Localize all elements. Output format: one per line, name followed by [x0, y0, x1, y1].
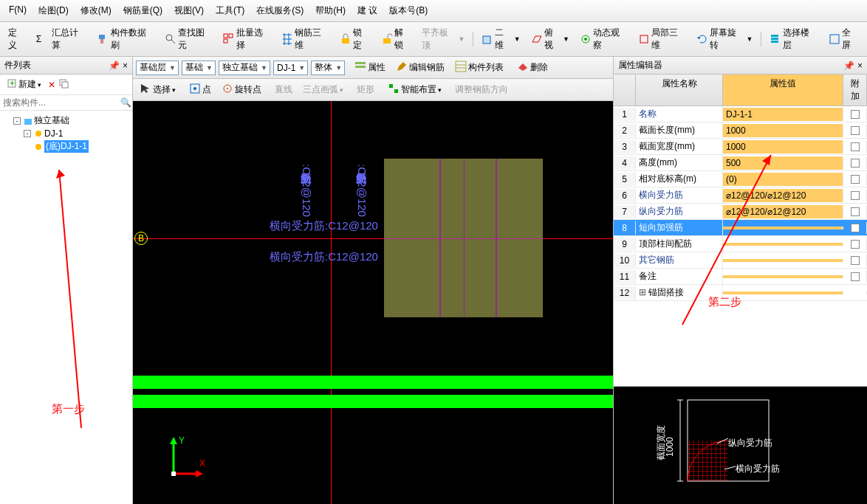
lock-button[interactable]: 锁定 — [336, 24, 374, 54]
orbit-icon — [580, 33, 592, 45]
menu-view[interactable]: 视图(V) — [171, 3, 207, 18]
prop-row-2[interactable]: 2截面长度(mm)1000 — [614, 122, 867, 139]
prop-row-10[interactable]: 10其它钢筋 — [614, 252, 867, 269]
close-icon[interactable]: × — [857, 61, 863, 71]
svg-rect-20 — [771, 35, 778, 37]
prop-row-7[interactable]: 7纵向受力筋⌀12@120/⌀12@120 — [614, 204, 867, 220]
checkbox[interactable] — [851, 126, 860, 135]
checkbox[interactable] — [851, 191, 860, 200]
local3d-button[interactable]: 局部三维 — [634, 24, 690, 54]
mode-combo[interactable]: 整体▼ — [311, 61, 345, 75]
summary-button[interactable]: 汇总计算 — [48, 24, 90, 54]
smart-button[interactable]: 智能布置▾ — [384, 81, 445, 98]
menu-online[interactable]: 在线服务(S) — [253, 3, 306, 18]
tree-node-dj1-1[interactable]: (底)DJ-1-1 — [3, 139, 129, 153]
svg-rect-13 — [383, 38, 391, 44]
preview-pane: 1000 截面宽度 纵向受力筋 横向受力筋 — [614, 386, 867, 504]
checkbox[interactable] — [851, 207, 860, 216]
checkbox[interactable] — [851, 272, 860, 281]
cat-combo[interactable]: 基础▼ — [182, 61, 216, 75]
screenrot-button[interactable]: 屏幕旋转▼ — [693, 24, 756, 54]
collapse-icon[interactable]: - — [24, 130, 31, 137]
svg-rect-23 — [830, 35, 839, 44]
type-combo[interactable]: 独立基础▼ — [219, 61, 270, 75]
rotpoint-button[interactable]: 旋转点 — [218, 81, 265, 98]
svg-rect-46 — [394, 89, 398, 93]
checkbox[interactable] — [851, 256, 860, 265]
dim2d-button[interactable]: 二维▼ — [478, 24, 524, 54]
define-button[interactable]: 定义 — [4, 24, 30, 54]
delete-button[interactable]: 删除 — [513, 59, 552, 76]
svg-point-30 — [35, 144, 41, 150]
collapse-icon[interactable]: - — [13, 117, 21, 125]
svg-rect-62 — [688, 441, 728, 481]
selfloor-button[interactable]: 选择楼层 — [766, 24, 821, 54]
v-rebar-label-1: 纵向受力筋:C12@120 — [299, 164, 313, 217]
component-list-panel: 件列表 📌 × + 新建▾ ✕ 🔍 - 独立基础 - — [0, 57, 133, 504]
pin-icon[interactable]: 📌 — [109, 61, 120, 71]
close-icon[interactable]: × — [123, 61, 128, 71]
menu-draw[interactable]: 绘图(D) — [35, 3, 72, 18]
point-button[interactable]: 点 — [185, 81, 215, 98]
tree-root[interactable]: - 独立基础 — [3, 114, 129, 128]
h-rebar-label-1: 横向受力筋:C12@120 — [270, 219, 378, 233]
prop-row-9[interactable]: 9顶部柱间配筋 — [614, 236, 867, 252]
copy-icon[interactable] — [58, 78, 69, 91]
dynview-button[interactable]: 动态观察 — [576, 24, 631, 54]
unlock-button[interactable]: 解锁 — [377, 24, 415, 54]
comp-combo[interactable]: DJ-1▼ — [273, 61, 308, 75]
editrebar-button[interactable]: 编辑钢筋 — [392, 59, 448, 76]
prop-row-1[interactable]: 1名称DJ-1-1 — [614, 106, 867, 122]
smart-icon — [388, 83, 400, 97]
prop-row-8[interactable]: 8短向加强筋 — [614, 220, 867, 236]
attr-button[interactable]: 属性 — [351, 59, 389, 76]
prop-row-3[interactable]: 3截面宽度(mm)1000 — [614, 139, 867, 155]
svg-rect-21 — [771, 38, 778, 40]
prop-row-5[interactable]: 5相对底标高(m)(0) — [614, 171, 867, 187]
cube-icon — [482, 33, 493, 45]
checkbox[interactable] — [851, 142, 860, 151]
pencil-icon — [396, 61, 408, 75]
tree-node-dj1[interactable]: - DJ-1 — [3, 128, 129, 139]
checkbox[interactable] — [851, 159, 860, 168]
checkbox[interactable] — [851, 224, 860, 232]
svg-point-29 — [35, 131, 41, 137]
checkbox[interactable] — [851, 110, 860, 119]
fullscreen-button[interactable]: 全屏 — [825, 24, 863, 54]
svg-rect-33 — [355, 62, 366, 64]
delete-icon[interactable]: ✕ — [48, 80, 55, 90]
select-button[interactable]: 选择▾ — [136, 81, 179, 98]
checkbox[interactable] — [851, 175, 860, 184]
menu-file[interactable]: F(N) — [6, 3, 30, 18]
menu-help[interactable]: 帮助(H) — [312, 3, 349, 18]
find-button[interactable]: 查找图元 — [161, 24, 216, 54]
checkbox[interactable] — [851, 240, 860, 249]
menu-version[interactable]: 版本号(B) — [386, 3, 431, 18]
svg-point-44 — [227, 88, 228, 89]
menu-tools[interactable]: 工具(T) — [213, 3, 247, 18]
search-input[interactable] — [0, 95, 119, 110]
prop-header-row: 属性名称 属性值 附加 — [614, 75, 867, 106]
pin-icon[interactable]: 📌 — [843, 61, 854, 71]
brush-icon — [97, 33, 109, 45]
svg-text:X: X — [199, 458, 205, 469]
new-button[interactable]: + 新建▾ — [3, 77, 45, 92]
brush-button[interactable]: 构件数据刷 — [94, 24, 158, 54]
batch-button[interactable]: 批量选择 — [219, 24, 275, 54]
rebar3d-button[interactable]: 钢筋三维 — [278, 24, 333, 54]
prop-row-6[interactable]: 6横向受力筋⌀12@120/⌀12@120 — [614, 187, 867, 204]
menu-suggest[interactable]: 建 议 — [354, 3, 380, 18]
layer-combo[interactable]: 基础层▼ — [136, 61, 179, 75]
svg-rect-5 — [229, 34, 233, 38]
sigma-button[interactable]: Σ — [32, 32, 45, 46]
drawing-canvas[interactable]: B 横向受力筋:C12@120 横向受力筋:C12@120 纵向受力筋:C12@… — [133, 101, 613, 504]
complist-button[interactable]: 构件列表 — [451, 59, 507, 76]
footing-shape — [384, 159, 543, 317]
panel-header: 件列表 📌 × — [0, 57, 132, 75]
menu-rebar[interactable]: 钢筋量(Q) — [120, 3, 165, 18]
search-icon[interactable]: 🔍 — [119, 97, 132, 108]
prop-row-4[interactable]: 4高度(mm)500 — [614, 155, 867, 171]
persp-button[interactable]: 俯视▼ — [527, 24, 573, 54]
menu-modify[interactable]: 修改(M) — [78, 3, 114, 18]
prop-row-11[interactable]: 11备注 — [614, 269, 867, 285]
